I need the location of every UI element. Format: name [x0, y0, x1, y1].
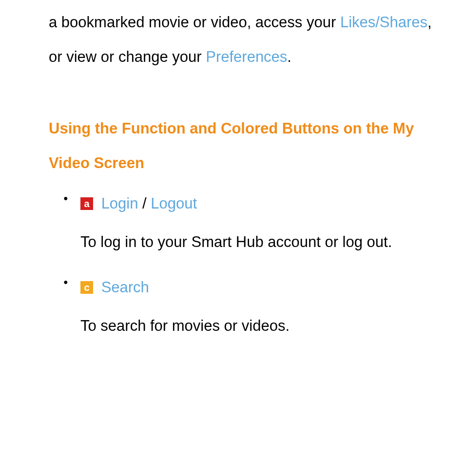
list-item: a Login / Logout To log in to your Smart… — [63, 190, 441, 259]
section-heading: Using the Function and Colored Buttons o… — [49, 111, 441, 181]
item-header: a Login / Logout — [80, 190, 441, 217]
item-separator: / — [138, 195, 151, 212]
link-preferences[interactable]: Preferences — [206, 48, 287, 65]
function-list: a Login / Logout To log in to your Smart… — [49, 190, 441, 343]
intro-text-3: . — [287, 48, 291, 65]
list-item: c Search To search for movies or videos. — [63, 274, 441, 343]
item-header: c Search — [80, 274, 441, 301]
item-description: To search for movies or videos. — [80, 308, 441, 343]
badge-a-icon: a — [80, 197, 93, 210]
document-content: a bookmarked movie or video, access your… — [0, 0, 465, 343]
item-description: To log in to your Smart Hub account or l… — [80, 225, 441, 259]
item-title-search: Search — [101, 279, 149, 296]
item-title-logout: Logout — [151, 195, 197, 212]
intro-paragraph: a bookmarked movie or video, access your… — [49, 5, 441, 75]
badge-c-icon: c — [80, 281, 93, 294]
item-title-login: Login — [101, 195, 138, 212]
link-likes-shares[interactable]: Likes/Shares — [340, 14, 427, 31]
intro-text-1: a bookmarked movie or video, access your — [49, 14, 340, 31]
